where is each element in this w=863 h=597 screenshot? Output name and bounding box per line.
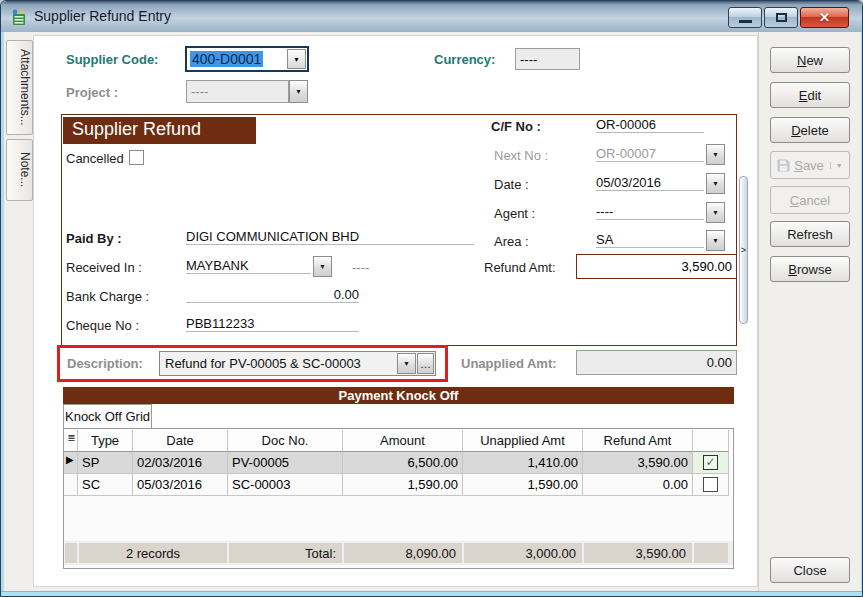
cell-date: 05/03/2016 <box>133 474 228 496</box>
column-header-date[interactable]: Date <box>133 430 228 452</box>
column-header-amount[interactable]: Amount <box>343 430 463 452</box>
edit-button[interactable]: Edit <box>770 82 850 108</box>
table-row[interactable]: SC 05/03/2016 SC-00003 1,590.00 1,590.00… <box>64 474 729 496</box>
column-header-doc-no[interactable]: Doc No. <box>228 430 343 452</box>
titlebar: Supplier Refund Entry ✕ <box>1 1 863 32</box>
unapplied-total: 3,000.00 <box>463 542 583 564</box>
bank-charge-field[interactable]: 0.00 <box>186 287 359 303</box>
unapplied-amt-label: Unapplied Amt: <box>461 356 557 371</box>
cancelled-label: Cancelled <box>66 151 124 166</box>
footer-spacer <box>693 542 729 564</box>
project-field: ---- <box>186 80 289 103</box>
cell-type: SP <box>78 452 133 474</box>
column-header-type[interactable]: Type <box>78 430 133 452</box>
supplier-code-combo[interactable]: 400-D0001 ▼ <box>185 46 309 72</box>
bank-charge-label: Bank Charge : <box>66 289 149 304</box>
row-pointer-icon <box>64 474 78 496</box>
project-dropdown chevron-down-icon[interactable]: ▼ <box>289 80 308 103</box>
row-pointer-icon: ▶ <box>64 452 78 474</box>
row-checkbox[interactable]: ✓ <box>703 455 718 470</box>
refresh-button[interactable]: Refresh <box>770 221 850 247</box>
sidetab-note[interactable]: Note... <box>6 139 33 201</box>
cell-doc-no: SC-00003 <box>228 474 343 496</box>
cell-amount: 6,500.00 <box>343 452 463 474</box>
supplier-code-label: Supplier Code: <box>66 52 158 67</box>
currency-field: ---- <box>515 48 580 70</box>
close-window-button[interactable]: ✕ <box>800 7 849 28</box>
cell-refund-amt: 0.00 <box>583 474 693 496</box>
cf-no-field[interactable]: OR-00006 <box>596 117 704 133</box>
column-header-unapplied-amt[interactable]: Unapplied Amt <box>463 430 583 452</box>
description-combo[interactable]: Refund for PV-00005 & SC-00003 ▼ … <box>159 351 436 376</box>
column-header-refund-amt[interactable]: Refund Amt <box>583 430 693 452</box>
cell-doc-no: PV-00005 <box>228 452 343 474</box>
tab-knock-off-grid[interactable]: Knock Off Grid <box>63 404 152 428</box>
payment-knockoff-header: Payment Knock Off <box>63 387 734 404</box>
supplier-refund-banner: Supplier Refund <box>63 117 256 144</box>
cf-no-label: C/F No : <box>491 119 541 134</box>
paid-by-field[interactable]: DIGI COMMUNICATION BHD <box>186 229 474 245</box>
row-checkbox[interactable] <box>703 477 718 492</box>
received-in-dropdown chevron-down-icon[interactable]: ▼ <box>313 256 332 277</box>
chevron-right-icon: > <box>741 245 746 255</box>
agent-field[interactable]: ---- <box>596 204 704 220</box>
supplier-refund-entry-window: Supplier Refund Entry ✕ Attachments... N… <box>0 0 863 597</box>
browse-button[interactable]: Browse <box>770 256 850 282</box>
received-in-field[interactable]: MAYBANK <box>186 258 311 274</box>
maximize-button[interactable] <box>764 7 798 28</box>
column-header-check[interactable] <box>693 430 729 452</box>
save-dropdown chevron-down-icon[interactable]: ▼ <box>830 162 843 169</box>
received-in-label: Received In : <box>66 260 142 275</box>
agent-label: Agent : <box>494 206 535 221</box>
description-ellipsis-button[interactable]: … <box>417 353 434 374</box>
panel-splitter[interactable]: > <box>739 176 748 324</box>
cell-refund-amt: 3,590.00 <box>583 452 693 474</box>
cell-unapplied-amt: 1,410.00 <box>463 452 583 474</box>
sidetab-attachments[interactable]: Attachments... <box>6 40 33 135</box>
knockoff-grid: ≣ Type Date Doc No. Amount Unapplied Amt… <box>63 428 734 569</box>
cancel-button[interactable]: Cancel <box>770 186 850 214</box>
next-no-dropdown chevron-down-icon[interactable]: ▼ <box>706 144 725 165</box>
table-row[interactable]: ▶ SP 02/03/2016 PV-00005 6,500.00 1,410.… <box>64 452 729 474</box>
paid-by-label: Paid By : <box>66 231 122 246</box>
cell-type: SC <box>78 474 133 496</box>
chevron-down-icon[interactable]: ▼ <box>287 49 306 69</box>
grid-menu-icon[interactable]: ≣ <box>64 430 78 452</box>
description-dropdown chevron-down-icon[interactable]: ▼ <box>397 353 416 374</box>
date-field[interactable]: 05/03/2016 <box>596 175 704 191</box>
date-dropdown chevron-down-icon[interactable]: ▼ <box>706 173 725 194</box>
refund-amt-field[interactable]: 3,590.00 <box>576 254 737 279</box>
area-dropdown chevron-down-icon[interactable]: ▼ <box>706 230 725 251</box>
cancelled-checkbox[interactable] <box>129 150 144 165</box>
refund-total: 3,590.00 <box>583 542 693 564</box>
unapplied-amt-field: 0.00 <box>576 350 737 375</box>
next-no-label: Next No : <box>494 148 548 163</box>
minimize-icon <box>739 20 752 23</box>
currency-label: Currency: <box>434 52 495 67</box>
area-field[interactable]: SA <box>596 232 704 248</box>
date-label: Date : <box>494 177 529 192</box>
app-icon <box>10 8 28 26</box>
close-button[interactable]: Close <box>770 557 850 583</box>
received-in-extra: ---- <box>352 260 369 275</box>
cell-date: 02/03/2016 <box>133 452 228 474</box>
maximize-icon <box>776 13 787 22</box>
floppy-disk-icon <box>777 159 790 172</box>
save-button[interactable]: Save ▼ <box>770 151 850 179</box>
close-icon: ✕ <box>819 10 830 25</box>
agent-dropdown chevron-down-icon[interactable]: ▼ <box>706 202 725 223</box>
cheque-no-field[interactable]: PBB112233 <box>186 316 359 332</box>
new-button[interactable]: New <box>770 47 850 73</box>
next-no-field: OR-00007 <box>596 146 704 162</box>
window-title: Supplier Refund Entry <box>34 8 171 24</box>
project-label: Project : <box>66 85 118 100</box>
footer-spacer <box>64 542 78 564</box>
minimize-button[interactable] <box>728 7 762 28</box>
cell-unapplied-amt: 1,590.00 <box>463 474 583 496</box>
cell-amount: 1,590.00 <box>343 474 463 496</box>
delete-button[interactable]: Delete <box>770 117 850 143</box>
description-label: Description: <box>67 356 143 371</box>
grid-footer-row: 2 records Total: 8,090.00 3,000.00 3,590… <box>64 541 733 565</box>
client-area: Attachments... Note... Supplier Code: 40… <box>4 32 861 591</box>
refund-amt-label: Refund Amt: <box>484 260 556 275</box>
